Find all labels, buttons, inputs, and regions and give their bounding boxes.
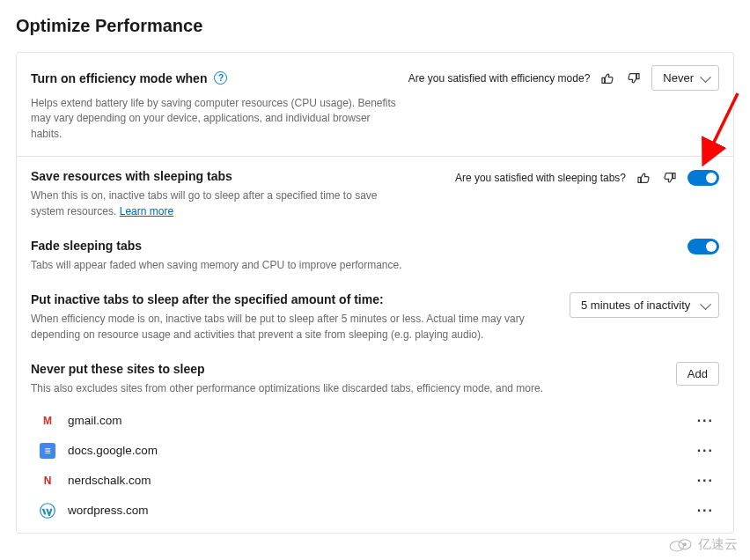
fade-desc: Tabs will appear faded when saving memor… — [31, 258, 524, 273]
page-title: Optimize Performance — [16, 16, 734, 36]
never-sleep-desc: This also excludes sites from other perf… — [31, 381, 577, 396]
thumbs-down-icon[interactable] — [625, 70, 643, 87]
site-row: M gmail.com ··· — [31, 406, 719, 436]
never-sleep-title: Never put these sites to sleep — [31, 362, 665, 376]
inactive-title: Put inactive tabs to sleep after the spe… — [31, 292, 559, 306]
site-domain: docs.google.com — [68, 444, 158, 457]
sleep-timeout-select[interactable]: 5 minutes of inactivity — [570, 292, 719, 318]
thumbs-down-icon[interactable] — [661, 169, 679, 187]
thumbs-up-icon[interactable] — [599, 70, 616, 87]
docs-icon: ≡ — [40, 443, 55, 459]
info-icon[interactable]: ? — [214, 71, 227, 85]
thumbs-up-icon[interactable] — [635, 169, 652, 187]
sleeping-feedback-question: Are you satisfied with sleeping tabs? — [455, 172, 626, 184]
site-domain: wordpress.com — [68, 504, 149, 517]
wordpress-icon — [40, 503, 55, 519]
site-domain: nerdschalk.com — [68, 474, 151, 487]
site-domain: gmail.com — [68, 414, 122, 427]
sleeping-title: Save resources with sleeping tabs — [31, 169, 445, 183]
efficiency-mode-select[interactable]: Never — [651, 65, 719, 91]
learn-more-link[interactable]: Learn more — [120, 205, 173, 217]
sleeping-desc: When this is on, inactive tabs will go t… — [31, 188, 401, 219]
add-button[interactable]: Add — [676, 362, 719, 386]
nerdschalk-icon: N — [40, 473, 55, 489]
efficiency-mode-section: Turn on efficiency mode when ? Are you s… — [17, 53, 733, 157]
more-icon[interactable]: ··· — [697, 473, 714, 489]
efficiency-mode-select-value: Never — [663, 71, 694, 85]
more-icon[interactable]: ··· — [697, 503, 714, 519]
more-icon[interactable]: ··· — [697, 443, 714, 459]
sleeping-desc-text: When this is on, inactive tabs will go t… — [31, 189, 378, 217]
efficiency-feedback-question: Are you satisfied with efficiency mode? — [408, 72, 591, 85]
efficiency-title: Turn on efficiency mode when — [31, 71, 207, 85]
sleeping-tabs-toggle[interactable] — [688, 170, 719, 186]
site-row: wordpress.com ··· — [31, 496, 719, 526]
svg-point-4 — [684, 542, 687, 545]
settings-card: Turn on efficiency mode when ? Are you s… — [16, 52, 734, 534]
svg-point-2 — [670, 541, 683, 550]
fade-title: Fade sleeping tabs — [31, 239, 677, 253]
watermark-text: 亿速云 — [698, 536, 738, 553]
efficiency-desc: Helps extend battery life by saving comp… — [31, 96, 401, 142]
inactive-desc: When efficiency mode is on, inactive tab… — [31, 312, 550, 343]
watermark: 亿速云 — [668, 536, 738, 553]
never-sleep-site-list: M gmail.com ··· ≡ docs.google.com ··· N … — [31, 406, 719, 526]
more-icon[interactable]: ··· — [697, 413, 714, 429]
sleeping-tabs-section: Save resources with sleeping tabs When t… — [17, 157, 733, 532]
fade-tabs-toggle[interactable] — [688, 239, 719, 254]
gmail-icon: M — [40, 413, 55, 429]
site-row: N nerdschalk.com ··· — [31, 466, 719, 496]
sleep-timeout-value: 5 minutes of inactivity — [581, 298, 690, 312]
site-row: ≡ docs.google.com ··· — [31, 436, 719, 466]
